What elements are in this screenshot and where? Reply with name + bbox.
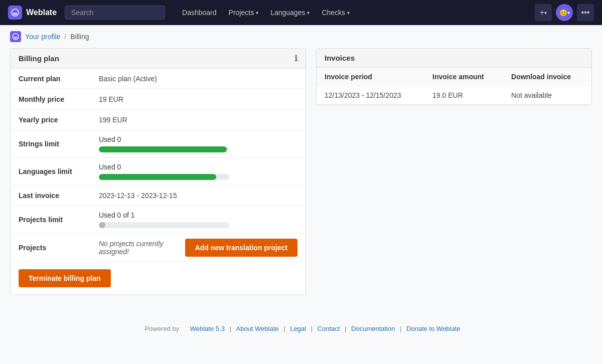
avatar-chevron-icon: ▾ [567, 10, 570, 16]
breadcrumb-profile-link[interactable]: Your profile [25, 33, 60, 41]
nav-dashboard[interactable]: Dashboard [177, 6, 222, 20]
invoices-table-header-row: Invoice period Invoice amount Download i… [317, 68, 591, 86]
current-plan-label: Current plan [11, 69, 91, 89]
billing-plan-title: Billing plan [19, 54, 59, 63]
strings-limit-label: Strings limit [11, 134, 91, 154]
footer-sep-4: | [345, 325, 348, 332]
documentation-link[interactable]: Documentation [351, 325, 395, 332]
breadcrumb: Your profile / Billing [0, 25, 602, 48]
add-chevron-icon: ▾ [544, 10, 547, 16]
no-projects-text: No projects currently assigned! [99, 240, 177, 256]
legal-link[interactable]: Legal [290, 325, 306, 332]
invoices-card: Invoices Invoice period Invoice amount D… [316, 48, 592, 105]
svg-point-0 [12, 9, 19, 16]
checks-chevron-icon: ▾ [347, 10, 350, 16]
projects-limit-bar-fill [99, 222, 105, 228]
projects-limit-content: Used 0 of 1 [91, 206, 306, 233]
strings-limit-row: Strings limit Used 0 [11, 130, 306, 158]
yearly-price-label: Yearly price [11, 110, 91, 130]
billing-plan-card: Billing plan ℹ Current plan Basic plan (… [10, 48, 306, 295]
languages-limit-label: Languages limit [11, 161, 91, 181]
invoices-header: Invoices [317, 49, 591, 68]
projects-limit-row: Projects limit Used 0 of 1 [11, 206, 306, 234]
strings-limit-content: Used 0 [91, 130, 306, 157]
billing-plan-header: Billing plan ℹ [11, 49, 306, 69]
breadcrumb-current: Billing [70, 33, 89, 41]
brand-link[interactable]: Weblate [8, 6, 57, 20]
projects-limit-value: Used 0 of 1 [99, 211, 297, 219]
breadcrumb-separator: / [64, 33, 66, 41]
add-button[interactable]: + ▾ [535, 4, 552, 21]
contact-link[interactable]: Contact [318, 325, 340, 332]
nav-projects[interactable]: Projects ▾ [224, 6, 264, 20]
avatar-icon: 😊 [559, 9, 567, 17]
footer-sep-1: | [229, 325, 233, 332]
info-icon[interactable]: ℹ [294, 54, 297, 63]
projects-limit-bar-container [99, 222, 229, 228]
avatar-button[interactable]: 😊 ▾ [556, 4, 573, 21]
projects-limit-label: Projects limit [11, 210, 91, 230]
col-period: Invoice period [317, 68, 424, 86]
footer-sep-3: | [311, 325, 315, 332]
invoice-period: 12/13/2023 - 12/15/2023 [317, 86, 424, 105]
projects-label: Projects [11, 238, 91, 258]
last-invoice-value: 2023-12-13 - 2023-12-15 [91, 186, 306, 206]
nav-right: + ▾ 😊 ▾ ••• [535, 4, 594, 21]
monthly-price-value: 19 EUR [91, 89, 306, 109]
monthly-price-row: Monthly price 19 EUR [11, 89, 306, 110]
more-button[interactable]: ••• [577, 4, 594, 21]
languages-limit-content: Used 0 [91, 158, 306, 185]
more-icon: ••• [581, 8, 590, 17]
languages-limit-value: Used 0 [99, 163, 297, 171]
col-download: Download invoice [503, 68, 591, 86]
main-content: Billing plan ℹ Current plan Basic plan (… [0, 48, 602, 315]
last-invoice-row: Last invoice 2023-12-13 - 2023-12-15 [11, 186, 306, 206]
yearly-price-row: Yearly price 199 EUR [11, 110, 306, 130]
terminate-button[interactable]: Terminate billing plan [19, 269, 111, 287]
powered-by-text: Powered by [144, 325, 179, 332]
nav-languages[interactable]: Languages ▾ [265, 6, 315, 20]
yearly-price-value: 199 EUR [91, 110, 306, 130]
search-input[interactable] [65, 6, 165, 20]
invoices-title: Invoices [325, 54, 355, 62]
last-invoice-label: Last invoice [11, 186, 91, 206]
add-project-button[interactable]: Add new translation project [185, 239, 297, 257]
monthly-price-label: Monthly price [11, 89, 91, 109]
footer-sep-5: | [400, 325, 403, 332]
current-plan-row: Current plan Basic plan (Active) [11, 69, 306, 89]
footer: Powered by Weblate 5.3 | About Weblate |… [0, 315, 602, 342]
donate-link[interactable]: Donate to Weblate [406, 325, 460, 332]
brand-icon [8, 6, 22, 20]
projects-chevron-icon: ▾ [256, 10, 258, 16]
invoice-download: Not available [503, 86, 591, 105]
languages-limit-row: Languages limit Used 0 [11, 158, 306, 186]
about-link[interactable]: About Weblate [236, 325, 278, 332]
breadcrumb-icon [10, 31, 21, 42]
languages-limit-bar-container [99, 174, 229, 180]
invoice-row: 12/13/2023 - 12/15/2023 19.0 EUR Not ava… [317, 86, 591, 105]
invoice-amount: 19.0 EUR [424, 86, 503, 105]
col-amount: Invoice amount [424, 68, 503, 86]
invoices-table: Invoice period Invoice amount Download i… [317, 68, 591, 105]
billing-footer: Terminate billing plan [11, 262, 306, 294]
weblate-version-link[interactable]: Weblate 5.3 [190, 325, 225, 332]
languages-limit-bar-fill [99, 174, 216, 180]
footer-sep-2: | [283, 325, 287, 332]
projects-content: No projects currently assigned! Add new … [91, 234, 306, 262]
strings-limit-bar-fill [99, 146, 227, 152]
projects-row: Projects No projects currently assigned!… [11, 234, 306, 262]
plus-icon: + [540, 8, 544, 17]
brand-name: Weblate [26, 8, 57, 17]
navbar: Weblate Dashboard Projects ▾ Languages ▾… [0, 0, 602, 25]
strings-limit-value: Used 0 [99, 135, 297, 143]
current-plan-value: Basic plan (Active) [91, 69, 306, 89]
nav-links: Dashboard Projects ▾ Languages ▾ Checks … [177, 6, 355, 20]
nav-checks[interactable]: Checks ▾ [317, 6, 355, 20]
strings-limit-bar-container [99, 146, 229, 152]
languages-chevron-icon: ▾ [307, 10, 310, 16]
